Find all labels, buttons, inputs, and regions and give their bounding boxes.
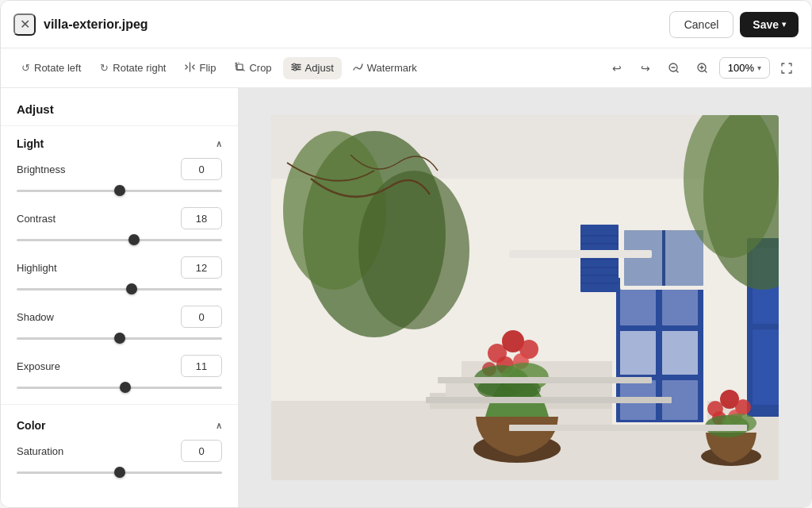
rotate-left-icon: ↺: [21, 62, 30, 74]
exposure-track-container[interactable]: [17, 382, 222, 393]
saturation-slider-row: Saturation: [17, 440, 222, 478]
contrast-label: Contrast: [17, 213, 56, 225]
shadow-slider-row: Shadow: [17, 306, 222, 344]
zoom-chevron-icon: ▾: [757, 64, 761, 72]
zoom-selector[interactable]: 100% ▾: [719, 57, 770, 79]
svg-rect-31: [580, 225, 619, 292]
zoom-value: 100%: [728, 62, 754, 74]
section-light: Light ∧ Brightness: [1, 126, 238, 393]
section-divider: [1, 404, 238, 405]
contrast-track: [17, 239, 222, 241]
exposure-label: Exposure: [17, 360, 60, 372]
svg-point-2: [296, 66, 298, 68]
tool-adjust[interactable]: Adjust: [283, 57, 342, 79]
highlight-label-row: Highlight: [17, 256, 222, 279]
cancel-button[interactable]: Cancel: [669, 11, 734, 38]
shadow-value-input[interactable]: [181, 306, 222, 328]
watermark-icon: [353, 62, 363, 75]
exposure-label-row: Exposure: [17, 355, 222, 377]
shadow-track-container[interactable]: [17, 333, 222, 344]
exposure-slider-row: Exposure: [17, 355, 222, 393]
contrast-label-row: Contrast: [17, 207, 222, 229]
tool-flip[interactable]: Flip: [177, 57, 224, 79]
zoom-out-button[interactable]: [662, 56, 686, 80]
contrast-value-input[interactable]: [181, 207, 222, 229]
saturation-value-input[interactable]: [181, 440, 222, 462]
brightness-slider-row: Brightness: [17, 158, 222, 196]
contrast-slider-row: Contrast: [17, 207, 222, 245]
contrast-thumb[interactable]: [128, 234, 140, 245]
section-light-title[interactable]: Light ∧: [17, 126, 222, 158]
section-light-label: Light: [17, 137, 44, 150]
svg-rect-28: [662, 331, 698, 375]
tool-rotate-left[interactable]: ↺ Rotate left: [13, 57, 89, 79]
tool-rotate-left-label: Rotate left: [34, 62, 81, 74]
section-light-chevron: ∧: [216, 139, 222, 149]
tool-adjust-label: Adjust: [305, 62, 334, 74]
shadow-track: [17, 337, 222, 340]
svg-rect-65: [509, 425, 747, 431]
tool-watermark[interactable]: Watermark: [345, 57, 425, 79]
saturation-thumb[interactable]: [114, 467, 125, 478]
zoom-in-button[interactable]: [691, 56, 714, 80]
close-button[interactable]: ✕: [13, 13, 36, 36]
file-title: villa-exterior.jpeg: [44, 17, 148, 32]
save-button[interactable]: Save ▾: [740, 12, 799, 37]
svg-rect-15: [753, 329, 779, 405]
saturation-track: [17, 471, 222, 474]
villa-scene: [271, 115, 779, 480]
highlight-value-input[interactable]: [181, 256, 222, 279]
section-color-title[interactable]: Color ∧: [17, 408, 222, 440]
brightness-label: Brightness: [17, 164, 65, 175]
undo-button[interactable]: ↩: [605, 56, 629, 80]
highlight-slider-row: Highlight: [17, 256, 222, 294]
sidebar-title: Adjust: [1, 88, 238, 126]
sidebar: Adjust Light ∧ Brightness: [1, 88, 239, 507]
shadow-label: Shadow: [17, 311, 54, 323]
brightness-thumb[interactable]: [114, 185, 125, 196]
brightness-track: [17, 190, 222, 192]
tool-rotate-right-label: Rotate right: [113, 62, 166, 74]
saturation-track-container[interactable]: [17, 467, 222, 478]
svg-rect-66: [426, 397, 672, 403]
tool-crop[interactable]: Crop: [227, 57, 279, 79]
canvas-image: [271, 115, 779, 480]
contrast-track-container[interactable]: [17, 234, 222, 245]
toolbar-zoom-controls: ↩ ↪ 100% ▾: [605, 56, 799, 80]
header-right: Cancel Save ▾: [669, 11, 799, 38]
svg-rect-40: [665, 230, 703, 286]
highlight-thumb[interactable]: [126, 283, 137, 294]
svg-point-1: [293, 64, 295, 66]
fullscreen-button[interactable]: [775, 56, 799, 80]
save-chevron: ▾: [782, 20, 786, 29]
header-left: ✕ villa-exterior.jpeg: [13, 13, 148, 36]
tool-rotate-right[interactable]: ↻ Rotate right: [92, 57, 174, 79]
canvas-area: [239, 88, 811, 507]
header: ✕ villa-exterior.jpeg Cancel Save ▾: [1, 1, 811, 48]
rotate-right-icon: ↻: [100, 62, 109, 74]
brightness-track-container[interactable]: [17, 185, 222, 196]
svg-rect-0: [237, 64, 243, 70]
highlight-track: [17, 288, 222, 291]
saturation-label-row: Saturation: [17, 440, 222, 462]
brightness-value-input[interactable]: [181, 158, 222, 180]
highlight-label: Highlight: [17, 262, 57, 274]
section-color-label: Color: [17, 419, 46, 432]
tool-crop-label: Crop: [249, 62, 271, 74]
tool-watermark-label: Watermark: [367, 62, 417, 74]
exposure-thumb[interactable]: [120, 382, 131, 393]
svg-rect-67: [438, 377, 652, 383]
svg-point-3: [293, 68, 296, 71]
exposure-track: [17, 387, 222, 389]
section-color: Color ∧ Saturation: [1, 408, 238, 478]
brightness-label-row: Brightness: [17, 158, 222, 180]
redo-button[interactable]: ↪: [634, 56, 657, 80]
main-content: Adjust Light ∧ Brightness: [1, 88, 811, 507]
flip-icon: [185, 62, 195, 75]
highlight-track-container[interactable]: [17, 283, 222, 294]
toolbar-tools: ↺ Rotate left ↻ Rotate right Flip: [13, 57, 425, 79]
shadow-thumb[interactable]: [114, 333, 125, 344]
svg-rect-64: [509, 250, 652, 258]
app-container: ✕ villa-exterior.jpeg Cancel Save ▾ ↺ Ro…: [0, 0, 812, 508]
exposure-value-input[interactable]: [181, 355, 222, 377]
